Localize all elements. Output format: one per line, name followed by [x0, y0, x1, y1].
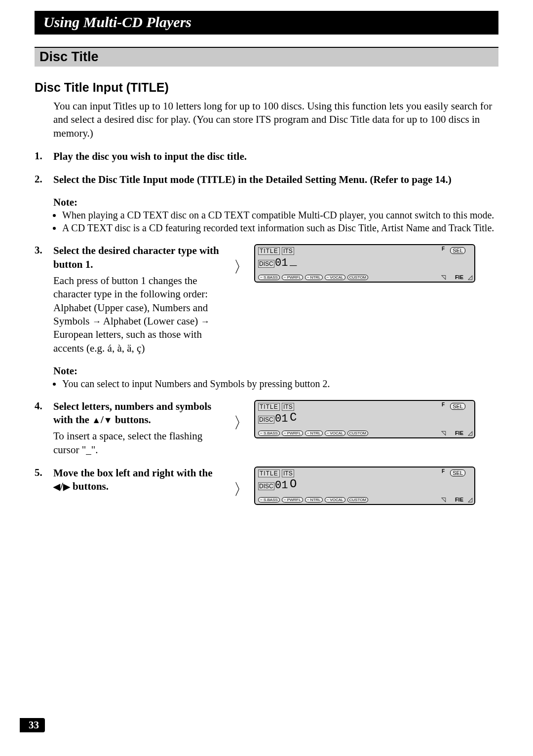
- step-1-title: Play the disc you wish to input the disc…: [53, 150, 498, 163]
- arrow-right-icon: →: [201, 317, 210, 326]
- step-3-desc-a: Each press of button 1 changes the chara…: [53, 274, 224, 301]
- page-number: 33: [20, 718, 45, 732]
- lcd-its-label: ITS: [282, 469, 294, 477]
- lcd-pill-pwr: ~ PWRFL: [282, 431, 303, 436]
- lcd-disc-number: 01: [275, 257, 288, 269]
- note-2-label: Note:: [53, 365, 498, 377]
- lcd-display-1: TITLE ITS DISC 01 _ F SEL FIE ◹ ◿ ~ S.BA…: [254, 244, 475, 283]
- lcd-pill-custom: CUSTOM: [347, 275, 369, 280]
- lcd-bottom-pills: ~ S.BASS ~ PWRFL ~ NTRL ~ VOCAL CUSTOM: [258, 431, 368, 436]
- lcd-cursor: O: [290, 477, 297, 491]
- lcd-corner-right-icon: ◿: [468, 274, 472, 281]
- lcd-fie-label: FIE: [455, 430, 463, 436]
- section-title-bar: Disc Title: [35, 47, 498, 67]
- step-1-num: 1.: [35, 150, 42, 162]
- lcd-corner-left-icon: ◹: [441, 430, 446, 436]
- lcd-pill-ntrl: ~ NTRL: [305, 431, 323, 436]
- lcd-pill-sbass: ~ S.BASS: [258, 497, 280, 503]
- step-3-desc-b3: European letters, such as those with acc…: [53, 328, 202, 354]
- lcd-disc-label: DISC: [258, 416, 274, 424]
- step-5-title-a: Move the box left and right with the: [53, 467, 213, 479]
- step-4-title-b: buttons.: [113, 414, 151, 426]
- note-1-label: Note:: [53, 196, 498, 209]
- lcd-title-label: TITLE: [258, 469, 280, 477]
- note-block-1: Note: When playing a CD TEXT disc on a C…: [53, 196, 498, 234]
- step-4-title: Select letters, numbers and symbols with…: [53, 400, 224, 427]
- step-3: 3. Select the desired character type wit…: [35, 244, 498, 355]
- lcd-bottom-pills: ~ S.BASS ~ PWRFL ~ NTRL ~ VOCAL CUSTOM: [258, 497, 368, 503]
- step-5: 5. Move the box left and right with the …: [35, 467, 498, 505]
- lcd-f-label: F: [442, 246, 445, 252]
- step-2: 2. Select the Disc Title Input mode (TIT…: [35, 173, 498, 186]
- lcd-pill-vocal: ~ VOCAL: [325, 275, 345, 280]
- step-5-title-b: buttons.: [70, 480, 109, 492]
- step-2-title: Select the Disc Title Input mode (TITLE)…: [53, 173, 498, 186]
- lcd-corner-left-icon: ◹: [441, 496, 446, 503]
- step-5-title: Move the box left and right with the ◀/▶…: [53, 467, 224, 494]
- lcd-bottom-pills: ~ S.BASS ~ PWRFL ~ NTRL ~ VOCAL CUSTOM: [258, 275, 368, 280]
- lcd-pill-vocal: ~ VOCAL: [325, 431, 345, 436]
- lcd-cursor: _: [290, 255, 297, 268]
- lcd-disc-number: 01: [275, 479, 288, 492]
- step-5-num: 5.: [35, 467, 42, 479]
- step-3-title: Select the desired character type with b…: [53, 244, 224, 271]
- chapter-title-bar: Using Multi-CD Players: [35, 11, 498, 35]
- lcd-pill-custom: CUSTOM: [347, 431, 369, 436]
- pointer-icon: 〉: [233, 252, 249, 275]
- lcd-f-label: F: [442, 402, 445, 407]
- lcd-display-2: TITLE ITS DISC 01 C F SEL FIE ◹ ◿ ~ S.BA…: [254, 400, 475, 438]
- step-3-desc-b: Alphabet (Upper case), Numbers and Symbo…: [53, 301, 224, 355]
- arrow-right-icon: →: [92, 317, 101, 326]
- lcd-pill-sbass: ~ S.BASS: [258, 431, 280, 436]
- lcd-sel-label: SEL: [450, 247, 465, 254]
- lcd-fie-label: FIE: [455, 497, 463, 503]
- lcd-pill-vocal: ~ VOCAL: [325, 497, 345, 503]
- step-4-desc: To insert a space, select the flashing c…: [53, 430, 224, 457]
- lcd-pill-pwr: ~ PWRFL: [282, 275, 303, 280]
- lcd-its-label: ITS: [282, 403, 294, 411]
- subsection-title: Disc Title Input (TITLE): [35, 80, 498, 95]
- lcd-its-label: ITS: [282, 247, 294, 255]
- pointer-icon: 〉: [233, 474, 249, 497]
- lcd-sel-label: SEL: [450, 403, 465, 410]
- step-3-desc-b2: Alphabet (Lower case): [101, 315, 201, 327]
- triangle-left-icon: ◀: [53, 482, 60, 492]
- step-3-num: 3.: [35, 244, 42, 256]
- step-1: 1. Play the disc you wish to input the d…: [35, 150, 498, 163]
- triangle-up-icon: ▲: [92, 415, 101, 425]
- lcd-pill-sbass: ~ S.BASS: [258, 275, 280, 280]
- lcd-pill-custom: CUSTOM: [347, 497, 369, 503]
- step-4: 4. Select letters, numbers and symbols w…: [35, 400, 498, 457]
- triangle-down-icon: ▼: [104, 415, 113, 425]
- intro-paragraph: You can input Titles up to 10 letters lo…: [53, 100, 498, 140]
- lcd-pill-ntrl: ~ NTRL: [305, 275, 323, 280]
- lcd-corner-right-icon: ◿: [468, 496, 472, 503]
- lcd-disc-label: DISC: [258, 260, 274, 268]
- step-4-num: 4.: [35, 400, 42, 412]
- lcd-display-3: TITLE ITS DISC 01 O F SEL FIE ◹ ◿ ~ S.BA…: [254, 467, 475, 505]
- lcd-pill-pwr: ~ PWRFL: [282, 497, 303, 503]
- note-1-item-a: When playing a CD TEXT disc on a CD TEXT…: [62, 209, 498, 221]
- note-2-item-a: You can select to input Numbers and Symb…: [62, 377, 498, 390]
- note-block-2: Note: You can select to input Numbers an…: [53, 365, 498, 390]
- lcd-f-label: F: [442, 468, 445, 474]
- lcd-title-label: TITLE: [258, 403, 280, 411]
- pointer-icon: 〉: [233, 408, 249, 431]
- lcd-disc-number: 01: [275, 413, 288, 425]
- triangle-right-icon: ▶: [63, 482, 70, 492]
- step-2-num: 2.: [35, 173, 42, 185]
- note-1-item-b: A CD TEXT disc is a CD featuring recorde…: [62, 221, 498, 234]
- lcd-title-label: TITLE: [258, 247, 280, 255]
- lcd-sel-label: SEL: [450, 469, 465, 476]
- lcd-pill-ntrl: ~ NTRL: [305, 497, 323, 503]
- lcd-disc-label: DISC: [258, 482, 274, 490]
- lcd-corner-left-icon: ◹: [441, 274, 446, 281]
- lcd-cursor: C: [290, 411, 297, 424]
- lcd-corner-right-icon: ◿: [468, 430, 472, 436]
- lcd-fie-label: FIE: [455, 274, 463, 280]
